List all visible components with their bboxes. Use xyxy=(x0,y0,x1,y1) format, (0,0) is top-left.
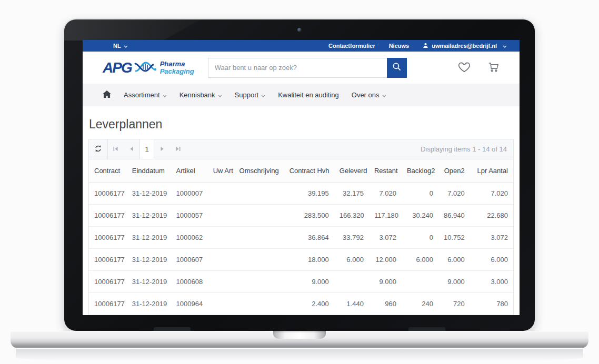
wishlist-button[interactable] xyxy=(457,60,471,75)
pager-last-button[interactable] xyxy=(170,139,186,159)
chevron-down-icon xyxy=(261,91,265,99)
table-cell xyxy=(208,226,234,248)
table-cell: 780 xyxy=(470,292,513,315)
table-cell: 3.072 xyxy=(470,226,513,248)
leverplannen-grid: 1 Displaying items 1 - 14 of 14 Contract… xyxy=(88,139,514,315)
pager-next-button[interactable] xyxy=(154,139,170,159)
seek-first-icon xyxy=(113,145,119,153)
column-header[interactable]: Einddatum xyxy=(127,159,171,182)
table-cell: 1000062 xyxy=(171,226,208,248)
column-header[interactable]: Backlog2 xyxy=(402,159,438,182)
main-nav-items: AssortimentKennisbankSupportKwaliteit en… xyxy=(124,91,386,99)
topbar: NL ContactformulierNieuws uwmailadres@be… xyxy=(83,40,520,52)
logo-line1: Pharma xyxy=(160,60,194,68)
table-cell xyxy=(234,226,284,248)
table-cell: 18.000 xyxy=(284,248,334,270)
heart-icon xyxy=(457,60,471,75)
home-link[interactable] xyxy=(103,90,111,99)
table-cell: 0 xyxy=(402,226,438,248)
table-cell: 10006177 xyxy=(89,204,127,226)
column-header[interactable]: Open2 xyxy=(438,159,470,182)
logo[interactable]: APG Pharma Packaging xyxy=(103,59,194,77)
table-cell xyxy=(334,270,369,292)
table-row: 1000617731-12-201910006089.0009.0009.000… xyxy=(89,270,513,292)
table-row: 1000617731-12-2019100000739.19532.1757.0… xyxy=(89,182,513,204)
search-input[interactable] xyxy=(208,58,387,78)
table-cell: 31-12-2019 xyxy=(127,204,171,226)
table-cell: 2.400 xyxy=(284,292,334,315)
column-header[interactable]: Contract xyxy=(89,159,127,182)
search-button[interactable] xyxy=(387,58,407,78)
table-cell: 6.000 xyxy=(334,248,369,270)
chevron-down-icon xyxy=(382,91,386,99)
table-cell xyxy=(402,270,438,292)
table-cell xyxy=(234,270,284,292)
site-header: APG Pharma Packaging xyxy=(83,52,520,84)
logo-acronym: APG xyxy=(103,60,132,75)
table-cell: 720 xyxy=(438,292,470,315)
column-header[interactable]: Restant xyxy=(369,159,402,182)
account-email: uwmailadres@bedrijf.nl xyxy=(432,43,497,49)
page-title: Leverplannen xyxy=(89,117,514,132)
table-cell xyxy=(208,204,234,226)
main-nav: AssortimentKennisbankSupportKwaliteit en… xyxy=(83,84,520,106)
table-cell: 31-12-2019 xyxy=(127,292,171,315)
seek-last-icon xyxy=(175,145,181,153)
nav-item[interactable]: Over ons xyxy=(352,91,386,99)
language-selector[interactable]: NL xyxy=(113,43,128,49)
cart-icon xyxy=(487,60,501,75)
nav-item-label: Support xyxy=(235,91,259,99)
cart-button[interactable] xyxy=(487,60,501,75)
hinge-tab-right xyxy=(408,327,445,331)
column-header[interactable]: Omschrijving xyxy=(234,159,284,182)
search-icon xyxy=(392,62,402,73)
refresh-button[interactable] xyxy=(89,139,108,159)
table-cell xyxy=(208,182,234,204)
table-cell: 240 xyxy=(402,292,438,315)
grid-pager: 1 Displaying items 1 - 14 of 14 xyxy=(89,139,513,159)
chevron-down-icon xyxy=(218,91,222,99)
table-cell: 6.000 xyxy=(402,248,438,270)
column-header[interactable]: Uw Art xyxy=(208,159,234,182)
column-header[interactable]: Geleverd xyxy=(334,159,369,182)
dna-icon xyxy=(134,59,156,77)
table-cell: 1000607 xyxy=(171,248,208,270)
user-icon xyxy=(423,43,428,49)
table-cell: 31-12-2019 xyxy=(127,248,171,270)
table-cell xyxy=(234,204,284,226)
topbar-link[interactable]: Contactformulier xyxy=(328,43,375,49)
logo-text: Pharma Packaging xyxy=(160,60,194,75)
table-cell: 283.500 xyxy=(284,204,334,226)
table-cell: 3.000 xyxy=(470,270,513,292)
page-content: Leverplannen 1 xyxy=(83,106,520,315)
table-cell xyxy=(208,270,234,292)
nav-item[interactable]: Kwaliteit en auditing xyxy=(278,91,339,99)
refresh-icon xyxy=(94,145,102,154)
table-cell: 9.000 xyxy=(438,270,470,292)
column-header[interactable]: Lpr Aantal xyxy=(470,159,513,182)
nav-item-label: Kwaliteit en auditing xyxy=(278,91,339,99)
column-header[interactable]: Artikel xyxy=(171,159,208,182)
table-cell: 86.940 xyxy=(438,204,470,226)
hinge-tab-left xyxy=(154,327,191,331)
table-cell: 10.752 xyxy=(438,226,470,248)
table-cell: 0 xyxy=(402,182,438,204)
table-cell: 39.195 xyxy=(284,182,334,204)
table-cell: 10006177 xyxy=(89,182,127,204)
account-menu[interactable]: uwmailadres@bedrijf.nl xyxy=(423,43,507,49)
table-cell: 9.000 xyxy=(284,270,334,292)
table-cell: 1000964 xyxy=(171,292,208,315)
pager-prev-button[interactable] xyxy=(124,139,139,159)
pager-first-button[interactable] xyxy=(108,139,124,159)
nav-item[interactable]: Support xyxy=(235,91,266,99)
column-header[interactable]: Contract Hvh xyxy=(284,159,334,182)
nav-item[interactable]: Kennisbank xyxy=(179,91,222,99)
arrow-left-icon xyxy=(129,145,134,153)
nav-item[interactable]: Assortiment xyxy=(124,91,167,99)
topbar-link[interactable]: Nieuws xyxy=(389,43,410,49)
table-cell: 1000608 xyxy=(171,270,208,292)
table-cell: 960 xyxy=(369,292,402,315)
table-cell: 1000057 xyxy=(171,204,208,226)
pager-page-current[interactable]: 1 xyxy=(139,139,154,159)
pager-status: Displaying items 1 - 14 of 14 xyxy=(421,145,513,153)
